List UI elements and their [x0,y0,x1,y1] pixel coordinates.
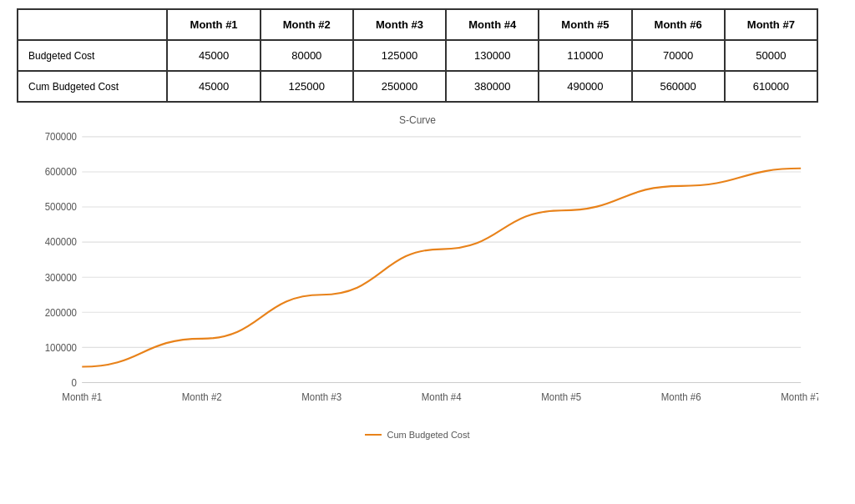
svg-text:200000: 200000 [45,306,78,317]
table-header-month-4: Month #4 [446,9,539,40]
table-header-month-1: Month #1 [167,9,260,40]
cell-0-2: 125000 [353,40,446,71]
table-row: Budgeted Cost450008000012500013000011000… [18,40,817,71]
svg-text:Month #3: Month #3 [301,391,341,402]
chart-area: 7000006000005000004000003000002000001000… [17,128,818,428]
table-header-empty [18,9,167,40]
budget-table: Month #1Month #2Month #3Month #4Month #5… [17,8,818,103]
svg-text:700000: 700000 [45,131,78,142]
cell-0-1: 80000 [261,40,353,71]
chart-legend: Cum Budgeted Cost [17,430,818,440]
cell-1-3: 380000 [446,71,539,102]
cell-0-5: 70000 [632,40,725,71]
svg-text:0: 0 [72,377,78,388]
table-header-month-3: Month #3 [353,9,446,40]
svg-text:Month #7: Month #7 [781,391,818,402]
cell-1-1: 125000 [261,71,353,102]
s-curve-chart: 7000006000005000004000003000002000001000… [17,128,818,428]
cell-1-0: 45000 [167,71,260,102]
svg-text:100000: 100000 [45,341,78,352]
legend-label: Cum Budgeted Cost [387,430,469,440]
cell-1-5: 560000 [632,71,725,102]
table-row: Cum Budgeted Cost45000125000250000380000… [18,71,817,102]
svg-text:Month #1: Month #1 [62,391,102,402]
table-header-month-2: Month #2 [261,9,353,40]
table-header-month-7: Month #7 [725,9,817,40]
svg-text:400000: 400000 [45,236,78,247]
svg-text:Month #4: Month #4 [422,391,462,402]
row-label-1: Cum Budgeted Cost [18,71,167,102]
table-header-month-5: Month #5 [539,9,631,40]
row-label-0: Budgeted Cost [18,40,167,71]
svg-text:Month #6: Month #6 [661,391,701,402]
svg-text:Month #2: Month #2 [182,391,222,402]
chart-container: S-Curve 70000060000050000040000030000020… [17,111,818,436]
cell-1-2: 250000 [353,71,446,102]
chart-title: S-Curve [17,111,818,126]
cell-0-6: 50000 [725,40,817,71]
table-header-month-6: Month #6 [632,9,725,40]
cell-0-3: 130000 [446,40,539,71]
legend-line-icon [365,434,382,436]
svg-text:Month #5: Month #5 [541,391,581,402]
cell-0-0: 45000 [167,40,260,71]
svg-text:600000: 600000 [45,166,78,177]
svg-text:500000: 500000 [45,201,78,212]
cell-1-6: 610000 [725,71,817,102]
svg-text:300000: 300000 [45,271,78,282]
cell-0-4: 110000 [539,40,631,71]
cell-1-4: 490000 [539,71,631,102]
